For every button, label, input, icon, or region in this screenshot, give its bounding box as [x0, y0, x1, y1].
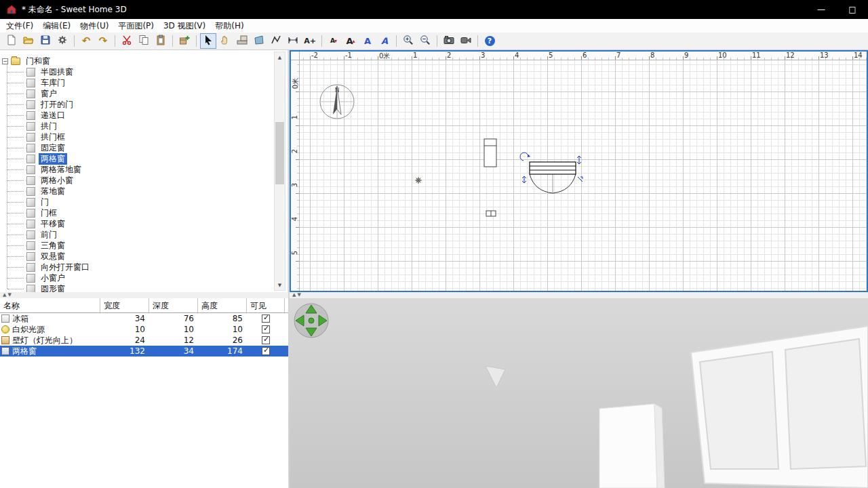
table-row[interactable]: 白炽光源 10 10 10: [0, 324, 288, 335]
column-header-name[interactable]: 名称: [0, 298, 100, 312]
catalog-item[interactable]: 平移窗: [2, 218, 288, 229]
plan-view[interactable]: -2 -1 0米 1 2 3 4 5 6 7 8 9 10 11 12 13 1…: [290, 50, 868, 292]
italic-button[interactable]: A: [376, 33, 393, 49]
visible-checkbox[interactable]: [262, 314, 270, 323]
new-button[interactable]: [3, 33, 20, 49]
catalog-item[interactable]: 门: [2, 197, 288, 207]
open-button[interactable]: [20, 33, 37, 49]
catalog-item[interactable]: 拱门框: [2, 131, 288, 142]
catalog-item[interactable]: 落地窗: [2, 186, 288, 197]
catalog-category-doors-windows[interactable]: − 门和窗: [2, 56, 288, 66]
plan-window-selected[interactable]: [520, 152, 583, 193]
catalog-item-label: 平移窗: [39, 218, 67, 230]
paste-button[interactable]: [153, 33, 169, 49]
add-text-button[interactable]: A+: [302, 33, 318, 49]
scroll-down-button[interactable]: ▼: [275, 280, 285, 290]
toolbar-separator: [321, 35, 322, 47]
catalog-item[interactable]: 双悬窗: [2, 251, 288, 262]
catalog-item[interactable]: 打开的门: [2, 99, 288, 110]
column-header-height[interactable]: 高度: [198, 298, 247, 312]
preferences-button[interactable]: [54, 33, 71, 49]
menu-file[interactable]: 文件(F): [1, 19, 38, 33]
copy-button[interactable]: [136, 33, 152, 49]
video-button[interactable]: [458, 33, 474, 49]
visible-checkbox[interactable]: [262, 347, 270, 355]
catalog-item[interactable]: 固定窗: [2, 142, 288, 153]
zoom-out-button[interactable]: [417, 33, 433, 49]
column-header-depth[interactable]: 深度: [149, 298, 198, 312]
plan-compass[interactable]: N: [320, 85, 354, 119]
catalog-item[interactable]: 前门: [2, 229, 288, 240]
visible-checkbox[interactable]: [262, 325, 270, 333]
catalog-item[interactable]: 两格落地窗: [2, 164, 288, 175]
plan-fridge[interactable]: [484, 139, 496, 167]
visible-checkbox[interactable]: [262, 336, 270, 344]
maximize-button[interactable]: □: [837, 0, 868, 19]
catalog-item[interactable]: 拱门: [2, 121, 288, 131]
save-button[interactable]: [37, 33, 54, 49]
help-button[interactable]: ?: [481, 33, 498, 49]
plan-light[interactable]: [415, 177, 422, 184]
scrollbar-thumb[interactable]: [275, 122, 284, 184]
catalog-item[interactable]: 三角窗: [2, 240, 288, 251]
pan-tool-button[interactable]: [217, 33, 233, 49]
cursor-arrow-icon: [203, 35, 214, 47]
catalog-item[interactable]: 门框: [2, 207, 288, 218]
catalog-item[interactable]: 向外打开窗口: [2, 262, 288, 272]
table-row[interactable]: 壁灯（灯光向上） 24 12 26: [0, 335, 288, 346]
3d-fridge[interactable]: [599, 404, 665, 488]
catalog-item[interactable]: 两格小窗: [2, 175, 288, 186]
menu-plan[interactable]: 平面图(P): [113, 19, 159, 33]
photo-button[interactable]: [441, 33, 457, 49]
3d-window[interactable]: [691, 326, 868, 488]
create-polylines-button[interactable]: [268, 33, 284, 49]
ruler-label: -2: [311, 52, 318, 59]
collapse-down-icon[interactable]: ▼: [297, 293, 300, 298]
cut-button[interactable]: [119, 33, 135, 49]
3d-navigation-compass[interactable]: [294, 304, 328, 338]
catalog-item[interactable]: 递送口: [2, 110, 288, 121]
collapse-down-icon[interactable]: ▼: [7, 293, 11, 298]
menu-help[interactable]: 帮助(H): [210, 19, 248, 33]
folder-icon: [11, 58, 20, 65]
plan-canvas[interactable]: N: [300, 60, 867, 291]
catalog-table-splitter[interactable]: ▲ ▼: [0, 292, 288, 298]
zoom-in-button[interactable]: [400, 33, 416, 49]
catalog-item[interactable]: 半圆拱窗: [2, 66, 288, 77]
furniture-thumbnail-icon: [26, 165, 35, 174]
table-row-selected[interactable]: 两格窗 132 34 174: [0, 346, 288, 357]
column-header-visible[interactable]: 可见: [247, 298, 285, 312]
collapse-up-icon[interactable]: ▲: [3, 293, 6, 298]
bold-button[interactable]: A: [359, 33, 376, 49]
plan-3d-splitter[interactable]: ▲ ▼: [290, 292, 868, 298]
increase-text-size-button[interactable]: A▴: [342, 33, 359, 49]
catalog-item-selected[interactable]: 两格窗: [2, 153, 288, 164]
menu-furniture[interactable]: 物件(U): [75, 19, 113, 33]
3d-light-cone: [486, 366, 505, 388]
table-row[interactable]: 冰箱 34 76 85: [0, 313, 288, 324]
decrease-text-size-button[interactable]: A▾: [326, 33, 342, 49]
collapse-up-icon[interactable]: ▲: [292, 293, 296, 298]
bold-icon: A: [364, 36, 371, 46]
create-rooms-button[interactable]: [251, 33, 267, 49]
catalog-scrollbar[interactable]: ▲ ▼: [274, 52, 285, 291]
catalog-item[interactable]: 小窗户: [2, 272, 288, 283]
create-dimensions-button[interactable]: [285, 33, 301, 49]
create-walls-button[interactable]: [234, 33, 250, 49]
undo-button[interactable]: ↶: [78, 33, 94, 49]
plan-wall-lamp[interactable]: [486, 211, 496, 216]
catalog-item[interactable]: 车库门: [2, 77, 288, 88]
furniture-thumbnail-icon: [26, 263, 35, 272]
add-furniture-button[interactable]: [176, 33, 193, 49]
menu-3d-view[interactable]: 3D 视图(V): [159, 19, 210, 33]
select-tool-button[interactable]: [200, 33, 216, 49]
catalog-item[interactable]: 窗户: [2, 88, 288, 99]
furniture-thumbnail-icon: [26, 285, 35, 293]
scroll-up-button[interactable]: ▲: [275, 52, 285, 62]
redo-button[interactable]: ↷: [95, 33, 111, 49]
view-3d[interactable]: [290, 298, 868, 488]
minimize-button[interactable]: —: [806, 0, 837, 19]
column-header-width[interactable]: 宽度: [100, 298, 149, 312]
menu-edit[interactable]: 编辑(E): [38, 19, 75, 33]
catalog-item[interactable]: 圆形窗: [2, 283, 288, 292]
